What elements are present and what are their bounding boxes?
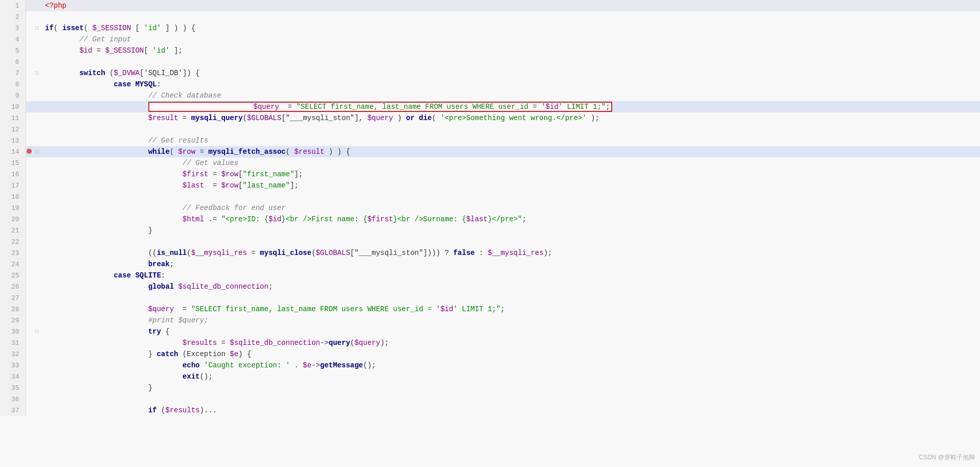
breakpoint-cell[interactable]	[26, 180, 33, 191]
breakpoint-cell[interactable]	[26, 214, 33, 225]
token-plain: (	[170, 148, 179, 156]
breakpoint-cell[interactable]	[26, 259, 33, 270]
token-kw: catch	[157, 350, 178, 358]
breakpoint-cell[interactable]	[26, 247, 33, 259]
fold-icon	[33, 90, 41, 101]
breakpoint-cell[interactable]	[26, 90, 33, 101]
line-number: 31	[0, 337, 26, 348]
code-content: break;	[41, 259, 980, 270]
line-number: 24	[0, 259, 26, 270]
breakpoint-cell[interactable]	[26, 202, 33, 214]
code-line: 31 $results = $sqlite_db_connection->que…	[0, 337, 980, 348]
token-plain: =	[217, 339, 230, 347]
fold-icon	[33, 405, 41, 416]
breakpoint-cell[interactable]	[26, 360, 33, 371]
code-content: global $sqlite_db_connection;	[41, 281, 980, 292]
token-plain: (	[187, 249, 191, 257]
line-number: 6	[0, 56, 26, 67]
token-var: $results	[165, 406, 199, 414]
line-number: 18	[0, 191, 26, 202]
fold-icon	[33, 202, 41, 214]
breakpoint-cell[interactable]	[26, 292, 33, 303]
breakpoint-cell[interactable]	[26, 225, 33, 236]
code-line: 37 if ($results)...	[0, 405, 980, 416]
breakpoint-cell[interactable]	[26, 337, 33, 348]
breakpoint-cell[interactable]	[26, 22, 33, 34]
line-number: 25	[0, 270, 26, 281]
token-var: $query	[354, 339, 380, 347]
breakpoint-cell[interactable]	[26, 281, 33, 292]
token-plain: ;	[501, 305, 505, 313]
breakpoint-cell[interactable]	[26, 405, 33, 416]
token-fn: mysqli_close	[260, 249, 311, 257]
breakpoint-dot	[27, 149, 32, 154]
breakpoint-cell[interactable]	[26, 101, 33, 112]
highlighted-query-box: $query = "SELECT first_name, last_name F…	[148, 102, 612, 112]
breakpoint-cell[interactable]	[26, 67, 33, 79]
token-var-in-str: $last	[466, 215, 487, 223]
fold-icon[interactable]: □	[33, 22, 41, 34]
breakpoint-cell[interactable]	[26, 326, 33, 337]
breakpoint-cell[interactable]	[26, 315, 33, 326]
code-line: 2	[0, 11, 980, 22]
token-plain: ];	[170, 46, 183, 55]
token-var: $GLOBALS	[247, 114, 281, 122]
breakpoint-cell[interactable]	[26, 236, 33, 247]
fold-icon[interactable]: □	[33, 326, 41, 337]
token-kw: switch	[79, 69, 105, 77]
token-kw: exit	[183, 372, 200, 381]
breakpoint-cell[interactable]	[26, 146, 33, 157]
breakpoint-cell[interactable]	[26, 303, 33, 315]
breakpoint-cell[interactable]	[26, 191, 33, 202]
token-var: $result	[294, 148, 324, 156]
token-plain	[415, 114, 419, 122]
breakpoint-cell[interactable]	[26, 56, 33, 67]
token-plain: ['SQLI_DB']) {	[140, 69, 200, 77]
code-line: 35 }	[0, 382, 980, 393]
code-content	[41, 393, 980, 405]
token-comment: // Get results	[148, 136, 209, 145]
fold-icon[interactable]: □	[33, 67, 41, 79]
token-plain	[45, 181, 183, 190]
breakpoint-cell[interactable]	[26, 157, 33, 169]
breakpoint-cell[interactable]	[26, 79, 33, 90]
code-content: }	[41, 382, 980, 393]
breakpoint-cell[interactable]	[26, 34, 33, 45]
token-str: "first_name"	[243, 170, 295, 178]
fold-icon	[33, 124, 41, 135]
token-plain: :	[157, 80, 161, 88]
breakpoint-cell[interactable]	[26, 112, 33, 124]
token-str: }<br />First name: {	[281, 215, 367, 223]
token-plain: ];	[294, 170, 303, 178]
token-kw: if	[45, 24, 54, 32]
line-number: 35	[0, 382, 26, 393]
token-plain: ) {	[238, 350, 251, 358]
token-plain: =	[279, 103, 297, 111]
breakpoint-cell[interactable]	[26, 135, 33, 146]
code-content: } catch (Exception $e) {	[41, 348, 980, 360]
breakpoint-cell[interactable]	[26, 124, 33, 135]
breakpoint-cell[interactable]	[26, 0, 33, 11]
line-number: 19	[0, 202, 26, 214]
breakpoint-cell[interactable]	[26, 348, 33, 360]
token-fn: if	[148, 406, 157, 414]
token-plain: (	[243, 114, 247, 122]
code-line: 7□ switch ($_DVWA['SQLI_DB']) {	[0, 67, 980, 79]
breakpoint-cell[interactable]	[26, 393, 33, 405]
token-plain	[45, 372, 183, 381]
breakpoint-cell[interactable]	[26, 45, 33, 56]
fold-icon[interactable]: □	[33, 146, 41, 157]
token-str: "SELECT first_name, last_name FROM users…	[296, 103, 545, 111]
breakpoint-cell[interactable]	[26, 371, 33, 382]
token-kw: or	[406, 114, 415, 122]
line-number: 20	[0, 214, 26, 225]
code-line: 4 // Get input	[0, 34, 980, 45]
breakpoint-cell[interactable]	[26, 382, 33, 393]
breakpoint-cell[interactable]	[26, 169, 33, 180]
breakpoint-cell[interactable]	[26, 270, 33, 281]
token-fn: is_null	[157, 249, 187, 257]
fold-icon	[33, 79, 41, 90]
line-number: 12	[0, 124, 26, 135]
breakpoint-cell[interactable]	[26, 11, 33, 22]
token-plain	[45, 305, 148, 313]
